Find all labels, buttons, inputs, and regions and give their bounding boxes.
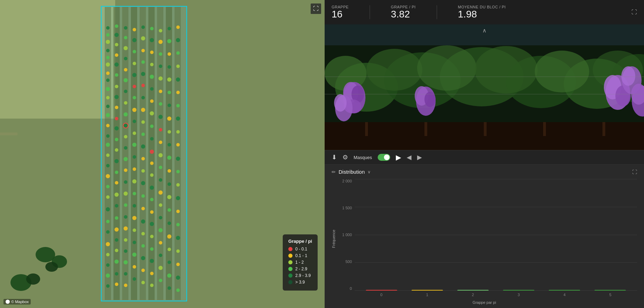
svg-point-234: [417, 45, 476, 91]
distribution-expand-button[interactable]: ⛶: [632, 169, 637, 175]
svg-point-51: [115, 138, 118, 141]
svg-point-34: [106, 230, 110, 234]
svg-point-120: [141, 133, 145, 136]
svg-point-126: [141, 207, 145, 210]
next-button[interactable]: ▶: [417, 153, 422, 161]
svg-point-176: [168, 27, 171, 30]
svg-point-160: [159, 90, 162, 93]
masques-toggle[interactable]: [378, 154, 390, 161]
svg-point-54: [115, 171, 118, 174]
svg-point-204: [176, 117, 180, 121]
stats-expand-button[interactable]: ⛶: [631, 9, 637, 15]
settings-button[interactable]: ⚙: [342, 153, 348, 161]
svg-point-125: [141, 194, 145, 198]
svg-point-149: [150, 222, 154, 226]
svg-point-26: [106, 143, 110, 147]
x-label-4: 4: [545, 293, 584, 297]
svg-point-137: [150, 75, 154, 79]
svg-point-168: [158, 190, 163, 195]
svg-point-94: [133, 85, 136, 88]
play-button[interactable]: ▶: [396, 153, 401, 161]
svg-point-196: [168, 286, 171, 290]
svg-point-37: [106, 263, 110, 267]
svg-point-60: [115, 238, 118, 242]
svg-point-78: [124, 168, 127, 172]
legend-title: Grappe / pi: [288, 239, 312, 244]
y-axis-tick: 0: [350, 286, 352, 291]
svg-point-100: [133, 155, 136, 159]
svg-point-113: [141, 49, 145, 52]
svg-point-86: [124, 260, 128, 264]
legend-color-dot: [288, 280, 293, 284]
stat-grappe: Grappe 16: [332, 5, 349, 20]
svg-rect-223: [0, 133, 17, 135]
svg-point-135: [150, 51, 154, 54]
y-axis-tick: 1 500: [342, 206, 352, 210]
distribution-header: ✏ Distribution ∨ ⛶: [332, 169, 637, 175]
svg-point-119: [141, 120, 145, 124]
svg-point-16: [106, 56, 110, 59]
svg-point-27: [106, 153, 110, 157]
svg-rect-5: [122, 7, 128, 300]
svg-point-17: [106, 62, 110, 67]
svg-point-15: [106, 49, 110, 52]
svg-point-163: [159, 128, 162, 132]
stats-bar: Grappe 16 Grappe / pi 3.82 Moyenne Du Bl…: [325, 0, 644, 24]
svg-point-188: [168, 182, 171, 186]
svg-point-82: [124, 215, 127, 219]
svg-point-105: [132, 216, 136, 220]
svg-point-195: [167, 273, 171, 278]
svg-point-164: [159, 141, 162, 144]
stat-divider-2: [437, 5, 437, 19]
mapbox-logo: © Mapbox: [3, 299, 31, 305]
svg-point-49: [115, 117, 118, 120]
svg-point-58: [115, 216, 118, 220]
svg-point-210: [176, 196, 180, 200]
svg-point-18: [106, 72, 110, 75]
svg-point-202: [176, 91, 180, 94]
chart-container: Fréquence 2 0001 5001 0005000 012345: [332, 179, 637, 299]
svg-point-107: [133, 241, 136, 244]
legend-item-label: > 3.9: [295, 280, 305, 285]
svg-point-207: [176, 157, 180, 161]
chart-inner: 012345: [355, 179, 637, 299]
svg-point-84: [124, 238, 127, 242]
svg-point-211: [176, 210, 180, 213]
svg-point-68: [124, 57, 127, 60]
svg-point-252: [621, 66, 635, 86]
svg-point-122: [141, 157, 145, 160]
svg-point-91: [133, 50, 136, 53]
svg-point-48: [115, 106, 118, 109]
svg-point-28: [106, 164, 110, 167]
svg-point-193: [168, 248, 171, 251]
y-axis-title: Fréquence: [332, 179, 336, 299]
prev-button[interactable]: ◀: [407, 153, 412, 161]
svg-point-64: [115, 283, 118, 286]
image-viewer: ∧: [325, 24, 644, 150]
svg-point-123: [141, 169, 145, 173]
svg-point-33: [106, 220, 110, 223]
svg-point-24: [106, 124, 110, 127]
distribution-panel: ✏ Distribution ∨ ⛶ Fréquence 2 0001 5001…: [325, 165, 644, 308]
masques-label: Masques: [354, 155, 372, 160]
svg-rect-11: [175, 7, 181, 300]
svg-point-213: [176, 236, 180, 240]
svg-point-216: [176, 276, 180, 280]
collapse-arrow-button[interactable]: ∧: [482, 27, 487, 34]
svg-point-192: [167, 234, 171, 239]
map-expand-button[interactable]: ⛶: [311, 3, 321, 14]
x-label-3: 3: [499, 293, 539, 297]
svg-point-148: [150, 210, 154, 214]
x-label-0: 0: [362, 293, 401, 297]
download-button[interactable]: ⬇: [332, 153, 337, 161]
svg-point-97: [133, 120, 136, 123]
svg-point-189: [167, 195, 171, 199]
svg-point-153: [150, 272, 154, 275]
svg-point-157: [159, 52, 162, 56]
svg-point-183: [167, 117, 171, 121]
distribution-chevron[interactable]: ∨: [368, 170, 371, 174]
svg-point-55: [115, 181, 118, 185]
svg-point-142: [150, 137, 154, 141]
svg-point-212: [176, 223, 180, 226]
svg-point-103: [133, 192, 136, 195]
